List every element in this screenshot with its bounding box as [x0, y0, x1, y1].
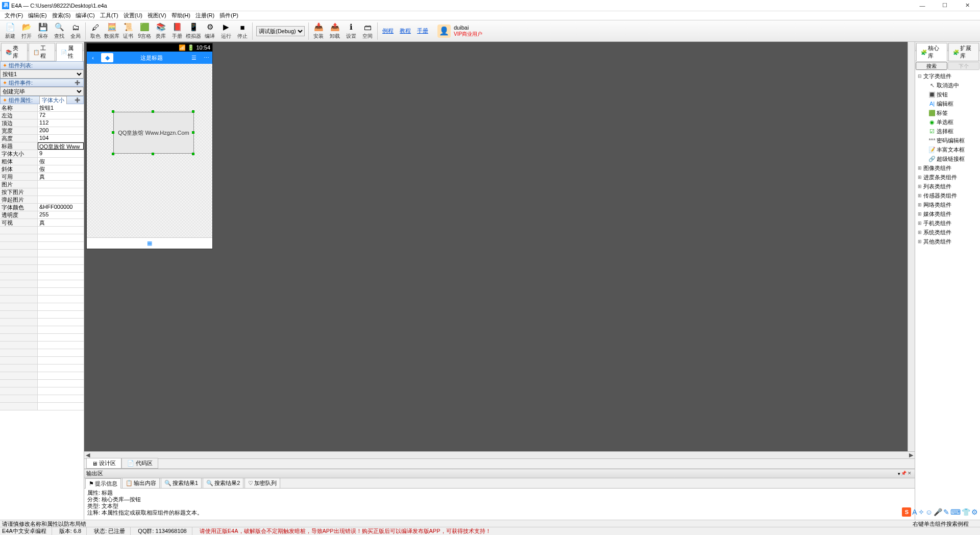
tb-9宫格[interactable]: 🟩9宫格 [136, 21, 153, 41]
otab-hint[interactable]: ⚑提示信息 [85, 478, 121, 489]
event-add-icon[interactable]: ➕ [74, 80, 81, 85]
prop-row[interactable]: 粗体假 [0, 158, 84, 165]
next-button[interactable]: 下个 [948, 62, 979, 70]
tree-item[interactable]: ***密码编辑框 [916, 136, 979, 145]
tb-证书[interactable]: 📜证书 [120, 21, 136, 41]
menu-help[interactable]: 帮助(H) [169, 11, 193, 20]
phone-home[interactable]: ▦ [87, 237, 212, 249]
tree-category[interactable]: ⊞进度条类组件 [916, 173, 979, 182]
tb-取色[interactable]: 🖊取色 [87, 21, 104, 41]
prop-row[interactable]: 按下图片 [0, 188, 84, 196]
prop-row[interactable]: 顶边112 [0, 119, 84, 127]
tab-corelib[interactable]: 🧩核心库 [916, 43, 947, 61]
otab-encrypt[interactable]: ♡加密队列 [244, 478, 280, 488]
tb-设置[interactable]: ℹ设置 [343, 21, 359, 41]
tb-类库[interactable]: 📚类库 [153, 21, 169, 41]
component-tree[interactable]: ⊟文字类组件↖取消选中🔳按钮A|编辑框🟩标签◉单选框☑选择框***密码编辑框📝丰… [915, 70, 980, 520]
tb-新建[interactable]: 📄新建 [2, 21, 18, 41]
tb-编译[interactable]: ⚙编译 [202, 21, 218, 41]
tb-打开[interactable]: 📂打开 [18, 21, 35, 41]
tab-classlib[interactable]: 📚类库 [1, 43, 28, 61]
tb-安装[interactable]: 📥安装 [310, 21, 327, 41]
prop-row[interactable]: 弹起图片 [0, 196, 84, 204]
center-h-scrollbar[interactable]: ◀▶ [84, 451, 915, 458]
prop-row[interactable]: 宽度200 [0, 127, 84, 135]
more-icon[interactable]: ⋯ [200, 55, 212, 61]
prop-row[interactable]: 名称按钮1 [0, 104, 84, 112]
menu-settings[interactable]: 设置(U) [121, 11, 145, 20]
menu-edit[interactable]: 编辑(E) [26, 11, 50, 20]
tree-item[interactable]: ☑选择框 [916, 127, 979, 136]
list-icon[interactable]: ☰ [188, 55, 200, 61]
center-v-scrollbar[interactable] [908, 42, 915, 451]
menu-view[interactable]: 视图(V) [145, 11, 169, 20]
link-examples[interactable]: 例程 [382, 27, 394, 35]
prop-row[interactable]: 左边72 [0, 112, 84, 119]
tab-project[interactable]: 📋工程 [29, 43, 55, 61]
component-select[interactable]: 按钮1 [0, 69, 84, 79]
tree-category[interactable]: ⊞其他类组件 [916, 237, 979, 246]
prop-row[interactable]: 图片 [0, 181, 84, 188]
menu-register[interactable]: 注册(R) [193, 11, 217, 20]
prop-row[interactable]: 标题QQ皇族馆 Www [0, 142, 84, 150]
tree-category[interactable]: ⊞传感器类组件 [916, 191, 979, 200]
tb-模拟器[interactable]: 📱模拟器 [185, 21, 202, 41]
menu-tools[interactable]: 工具(T) [97, 11, 121, 20]
maximize-button[interactable]: ☐ [938, 1, 951, 10]
design-button[interactable]: QQ皇族馆 Www.Hzgzn.Com [113, 112, 194, 154]
tree-category[interactable]: ⊞系统类组件 [916, 228, 979, 237]
tree-item[interactable]: 📝丰富文本框 [916, 145, 979, 154]
menu-search[interactable]: 搜索(S) [50, 11, 74, 20]
output-pin-icon[interactable]: 📌 [900, 471, 906, 477]
otab-search2[interactable]: 🔍搜索结果2 [203, 478, 243, 488]
tb-全局[interactable]: 🗂全局 [67, 21, 84, 41]
output-close-icon[interactable]: ✕ [906, 471, 913, 477]
prop-add-icon[interactable]: ➕ [74, 98, 81, 103]
minimize-button[interactable]: — [916, 1, 929, 10]
tab-properties[interactable]: 📄属性 [56, 43, 83, 61]
tab-design[interactable]: 🖥设计区 [86, 458, 121, 469]
ime-s-icon[interactable]: S [902, 507, 911, 517]
otab-output[interactable]: 📋输出内容 [122, 478, 160, 488]
tb-手册[interactable]: 📕手册 [169, 21, 185, 41]
tb-停止[interactable]: ■停止 [234, 21, 251, 41]
back-icon[interactable]: ‹ [87, 55, 99, 61]
prop-row[interactable]: 斜体假 [0, 165, 84, 173]
tree-category[interactable]: ⊞媒体类组件 [916, 209, 979, 218]
otab-search1[interactable]: 🔍搜索结果1 [161, 478, 202, 488]
tab-extlib[interactable]: 🧩扩展库 [948, 43, 979, 61]
tb-空间[interactable]: 🗃空间 [359, 21, 376, 41]
close-button[interactable]: ✕ [961, 1, 974, 10]
link-manual[interactable]: 手册 [417, 27, 428, 35]
phone-body[interactable]: QQ皇族馆 Www.Hzgzn.Com [87, 64, 212, 237]
tb-运行[interactable]: ▶运行 [218, 21, 234, 41]
build-mode-combo[interactable]: 调试版(Debug) [256, 26, 305, 36]
link-tutorial[interactable]: 教程 [400, 27, 411, 35]
tree-item[interactable]: ↖取消选中 [916, 81, 979, 90]
tree-category[interactable]: ⊞网络类组件 [916, 200, 979, 209]
tree-category[interactable]: ⊞手机类组件 [916, 218, 979, 228]
tb-保存[interactable]: 💾保存 [35, 21, 51, 41]
prop-row[interactable]: 可视真 [0, 219, 84, 227]
ime-a-icon[interactable]: A [912, 508, 917, 516]
output-body[interactable]: 属性: 标题分类: 核心类库—按钮类型: 文本型注释: 本属性指定或获取相应组件… [84, 489, 915, 520]
menu-compile[interactable]: 编译(C) [73, 11, 97, 20]
tree-root[interactable]: ⊟文字类组件 [916, 71, 979, 81]
tree-item[interactable]: 🟩标签 [916, 108, 979, 117]
font-size-btn[interactable]: 字体大小 [39, 96, 67, 105]
tree-item[interactable]: 🔳按钮 [916, 90, 979, 99]
tree-category[interactable]: ⊞列表类组件 [916, 182, 979, 191]
tb-查找[interactable]: 🔍查找 [51, 21, 67, 41]
design-surface[interactable]: 📶 🔋 10:54 ‹ ◆ 这是标题 ☰ ⋯ [84, 42, 908, 451]
property-grid[interactable]: 名称按钮1左边72顶边112宽度200高度104标题QQ皇族馆 Www字体大小9… [0, 104, 84, 520]
tb-数据库[interactable]: 🧮数据库 [104, 21, 120, 41]
menu-file[interactable]: 文件(F) [2, 11, 26, 20]
prop-row[interactable]: 字体颜色&HFF000000 [0, 204, 84, 211]
prop-row[interactable]: 可用真 [0, 173, 84, 181]
menu-plugins[interactable]: 插件(P) [217, 11, 241, 20]
search-button[interactable]: 搜索 [916, 62, 947, 70]
tree-item[interactable]: ◉单选框 [916, 117, 979, 127]
tree-item[interactable]: 🔗超级链接框 [916, 154, 979, 163]
tb-卸载[interactable]: 📤卸载 [327, 21, 343, 41]
prop-row[interactable]: 透明度255 [0, 211, 84, 219]
